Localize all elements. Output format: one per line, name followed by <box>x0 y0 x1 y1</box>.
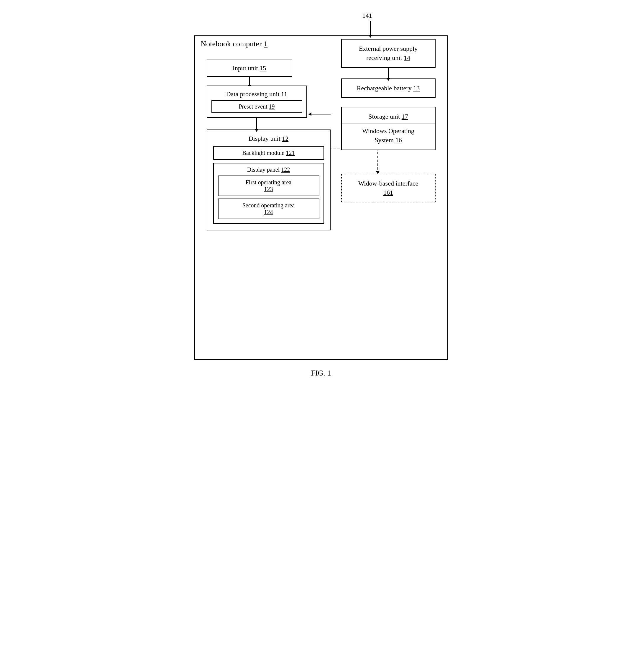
storage-unit-num: 17 <box>402 113 408 120</box>
window-interface-box: Widow-based interface161 <box>341 174 436 203</box>
display-panel-box: Display panel 122 First operating area12… <box>213 163 324 224</box>
rechargeable-battery-box: Rechargeable battery 13 <box>341 78 436 98</box>
notebook-label: Notebook computer 1 <box>201 39 268 48</box>
diagram-wrapper: 141 Notebook computer <box>194 12 448 360</box>
storage-windows-box: Storage unit 17 Windows OperatingSystem … <box>341 107 436 150</box>
notebook-computer-box: Notebook computer 1 External power suppl… <box>194 35 448 360</box>
external-power-num: 14 <box>404 54 410 61</box>
first-operating-area-box: First operating area123 <box>218 176 319 196</box>
input-unit-num: 15 <box>259 64 266 72</box>
rechargeable-battery-num: 13 <box>413 84 420 92</box>
arrow-dp-display <box>256 118 257 129</box>
right-column: External power supplyreceiving unit 14 R… <box>341 39 436 202</box>
first-area-num: 123 <box>264 186 273 192</box>
arrow-input-to-dp <box>249 77 250 86</box>
display-panel-num: 122 <box>281 166 290 173</box>
display-unit-num: 12 <box>282 135 288 142</box>
window-interface-num: 161 <box>383 189 393 196</box>
windows-os-box: Windows OperatingSystem 16 <box>341 124 436 150</box>
figure-caption: FIG. 1 <box>311 369 331 378</box>
input-unit-box: Input unit 15 <box>207 60 292 77</box>
preset-event-box: Preset event 19 <box>211 100 302 113</box>
windows-os-num: 16 <box>396 136 402 144</box>
label-141: 141 <box>362 12 372 20</box>
second-operating-area-box: Second operating area124 <box>218 199 319 219</box>
external-power-supply-box: External power supplyreceiving unit 14 <box>341 39 436 68</box>
storage-unit-inner: Storage unit 17 <box>341 107 436 124</box>
data-processing-box: Data processing unit 11 Preset event 19 <box>207 86 307 118</box>
display-panel-title: Display panel 122 <box>218 166 319 173</box>
second-area-num: 124 <box>264 209 273 215</box>
preset-event-num: 19 <box>269 103 275 110</box>
backlight-module-box: Backlight module 121 <box>213 146 324 160</box>
dp-num: 11 <box>281 90 287 98</box>
left-column: Input unit 15 Data processing unit 11 Pr… <box>207 60 316 230</box>
dp-title: Data processing unit 11 <box>211 90 302 98</box>
backlight-num: 121 <box>286 150 295 156</box>
arrow-top <box>370 21 371 35</box>
display-unit-box: Display unit 12 Backlight module 121 Dis… <box>207 129 331 230</box>
display-unit-title: Display unit 12 <box>213 135 324 142</box>
